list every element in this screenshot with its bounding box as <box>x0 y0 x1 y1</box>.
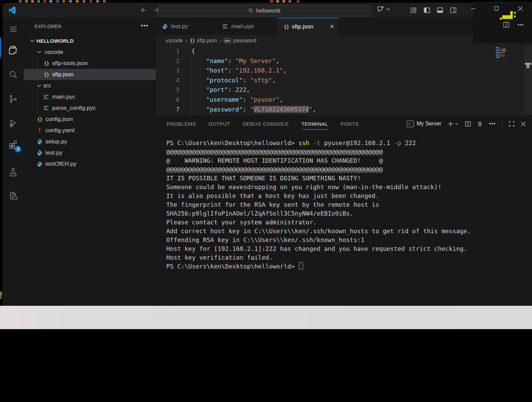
line-number: 4 <box>156 76 179 85</box>
toggle-right-sidebar-button[interactable] <box>449 5 457 15</box>
nav-back-button[interactable] <box>138 5 148 15</box>
tree-item-helloworld[interactable]: HELLOWORLD <box>24 35 156 46</box>
string-symbol-icon: abc <box>224 38 231 43</box>
maximize-panel-button[interactable] <box>509 121 514 126</box>
json-icon: {} <box>284 24 289 29</box>
more-actions-button[interactable]: ••• <box>489 121 496 127</box>
terminal-instance-selector[interactable]: >_ My Server <box>407 121 441 127</box>
tree-indent-guide <box>37 58 38 114</box>
code-line: 3 "host": "192.168.2.1", <box>156 66 532 76</box>
tree-item-config-yaml[interactable]: !config.yaml <box>24 125 156 136</box>
editor-title-actions: ••• <box>503 22 524 28</box>
pyc-icon <box>223 24 228 28</box>
close-tab-icon[interactable]: ✕ <box>330 23 334 30</box>
panel-tab-terminal[interactable]: TERMINAL <box>301 115 328 133</box>
tab-main-pyc[interactable]: main.pyc <box>217 18 278 35</box>
activity-item-source-control[interactable] <box>3 91 24 107</box>
tree-item-sftp-json[interactable]: {}sftp.json <box>24 69 156 80</box>
tree-item-parse-config-pyc[interactable]: parse_config.pyc <box>24 102 156 114</box>
tree-item-config-json[interactable]: {}config.json <box>24 114 156 125</box>
minimize-button[interactable] <box>466 3 480 14</box>
breadcrumb-item-password[interactable]: abcpassword <box>224 38 256 44</box>
background-tab-fleck <box>103 0 106 2</box>
code-editor[interactable]: 1{2 "name": "My Server",3 "host": "192.1… <box>156 46 532 115</box>
code-token: , <box>272 77 276 84</box>
line-number: 7 <box>156 105 179 115</box>
tree-item-label: src <box>43 82 51 89</box>
panel-tab-problems[interactable]: PROBLEMS <box>167 115 196 133</box>
tree-item-test-py[interactable]: test.py <box>24 147 156 158</box>
split-editor-button[interactable] <box>503 22 509 28</box>
background-tab-fleck <box>69 0 72 2</box>
terminal-line: @@@@@@@@@@@@@@@@@@@@@@@@@@@@@@@@@@@@@@@@… <box>166 165 529 174</box>
tree-item--vscode[interactable]: .vscode <box>24 46 156 58</box>
active-view-indicator <box>0 38 1 57</box>
chevron-down-icon <box>29 39 35 42</box>
tree-item-src[interactable]: src <box>24 80 156 91</box>
activity-item-testing[interactable] <box>3 164 24 180</box>
terminal-line: The fingerprint for the RSA key sent by … <box>166 200 529 209</box>
panel-tab-label: PROBLEMS <box>167 121 196 127</box>
kill-terminal-button[interactable] <box>477 121 483 127</box>
tab-test-py[interactable]: test.py <box>156 18 217 35</box>
json-icon: {} <box>37 117 42 122</box>
tree-item-label: parse_config.pyc <box>52 105 96 112</box>
code-line: 4 "protocol": "sftp", <box>156 76 532 85</box>
terminal-line: PS C:\Users\ken\Desktop\helloworld> ssh … <box>166 139 529 147</box>
breadcrumb-item--vscode[interactable]: .vscode <box>164 38 183 44</box>
activity-item-run-and-debug[interactable] <box>3 115 24 131</box>
command-center-search[interactable]: helloworld <box>158 5 371 16</box>
toggle-bottom-panel-button[interactable] <box>435 5 444 15</box>
split-terminal-button[interactable] <box>465 121 471 127</box>
tree-item-setup-py[interactable]: setup.py <box>24 136 156 147</box>
activity-item-search[interactable] <box>3 66 24 83</box>
terminal-text: -p <box>390 139 405 146</box>
toggle-left-sidebar-button[interactable] <box>422 5 431 15</box>
highlighter-cursor-artifact <box>514 16 516 17</box>
tree-item-testofeh-py[interactable]: testOfEH.py <box>24 158 156 169</box>
panel-tab-ports[interactable]: PORTS <box>341 115 359 133</box>
screen: helloworld 2 EXPLORER ••• HELLOWORLD.vsc… <box>0 0 532 402</box>
terminal-output[interactable]: PS C:\Users\ken\Desktop\helloworld> ssh … <box>166 139 529 304</box>
vscode-logo-icon <box>7 6 16 15</box>
code-token <box>191 96 206 103</box>
copilot-button[interactable] <box>377 5 390 13</box>
tree-item-main-pyc[interactable]: main.pyc <box>24 91 156 102</box>
yaml-icon: ! <box>39 127 41 134</box>
terminal-line: It is also possible that a host key has … <box>166 192 529 200</box>
close-panel-button[interactable] <box>521 121 526 126</box>
tree-item-sftp-tools-json[interactable]: {}sftp-tools.json <box>24 58 156 69</box>
file-icon <box>43 95 50 99</box>
activity-item-extensions[interactable]: 2 <box>3 136 24 153</box>
code-token <box>191 106 206 113</box>
breadcrumb-item-sftp-json[interactable]: {}sftp.json <box>190 38 217 44</box>
search-icon <box>248 8 253 13</box>
code-token <box>191 86 206 93</box>
activity-item-remote-sftp[interactable] <box>3 188 24 204</box>
editor-more-actions-button[interactable]: ••• <box>517 22 524 28</box>
code-token: " <box>309 106 313 113</box>
terminal-line: Host key for [192.168.2.1]:222 has chang… <box>166 244 529 253</box>
activity-item-explorer[interactable] <box>3 42 24 58</box>
panel-tab-label: TERMINAL <box>301 121 328 127</box>
background-tab-fleck <box>276 0 279 2</box>
maximize-button[interactable] <box>490 3 503 14</box>
explorer-more-actions-button[interactable]: ••• <box>141 22 148 29</box>
tree-item-label: testOfEH.py <box>45 161 77 167</box>
highlighter-cursor-artifact <box>514 12 516 14</box>
tree-item-label: config.yaml <box>45 127 75 134</box>
code-token: "sftp" <box>250 77 272 84</box>
background-tab-fleck <box>96 0 99 2</box>
panel-tab-output[interactable]: OUTPUT <box>209 115 230 133</box>
panel-tabs: PROBLEMSOUTPUTDEBUG CONSOLETERMINALPORTS <box>167 115 359 133</box>
terminal-line: Someone could be eavesdropping on you ri… <box>166 183 529 192</box>
file-tree: HELLOWORLD.vscode{}sftp-tools.json{}sftp… <box>24 35 156 169</box>
panel-tab-debug-console[interactable]: DEBUG CONSOLE <box>243 115 289 133</box>
panel-tab-label: DEBUG CONSOLE <box>243 121 289 127</box>
chevron-down-icon <box>455 123 459 125</box>
customize-layout-button[interactable] <box>409 5 418 15</box>
tab-sftp-json[interactable]: {}sftp.json✕ <box>278 18 339 35</box>
new-terminal-button[interactable] <box>448 121 459 127</box>
code-token: : <box>228 86 235 93</box>
activity-item-menu[interactable] <box>3 21 24 37</box>
